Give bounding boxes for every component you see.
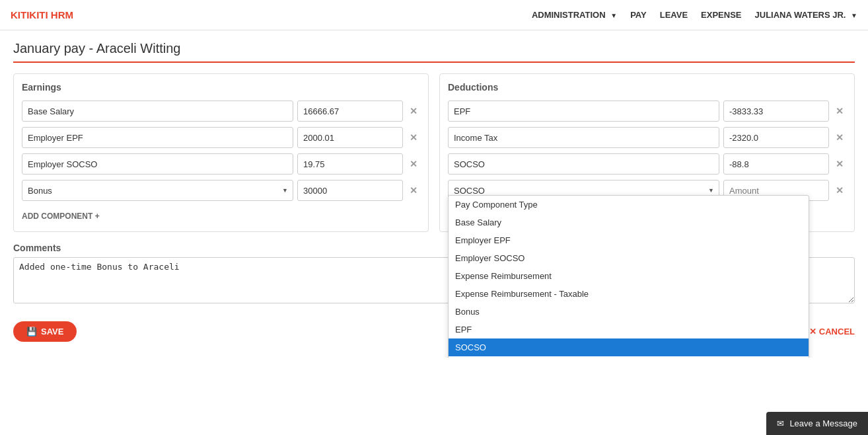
dropdown-item-expense-reimbursement-taxable[interactable]: Expense Reimbursement - Taxable [449,285,809,303]
nav-pay[interactable]: PAY [630,10,647,20]
employer-socso-value-input[interactable] [297,153,403,175]
epf-remove-btn[interactable]: ✕ [833,106,846,116]
cancel-label: CANCEL [819,327,855,336]
nav-user[interactable]: JULIANA WATERS JR. ▼ [755,10,857,20]
dropdown-item-income-tax[interactable]: Income Tax [449,356,809,358]
epf-value-input[interactable] [723,100,829,122]
bonus-remove-btn[interactable]: ✕ [407,185,420,196]
employer-epf-remove-btn[interactable]: ✕ [407,132,420,143]
dropdown-item-employer-epf[interactable]: Employer EPF [449,231,809,249]
administration-dropdown-arrow: ▼ [610,12,617,19]
dropdown-item-pay-component-type[interactable]: Pay Component Type [449,196,809,214]
base-salary-value-input[interactable] [297,100,403,122]
cancel-icon: ✕ [809,327,816,336]
user-dropdown-arrow: ▼ [851,12,857,19]
bonus-type-wrapper: Bonus [22,180,293,201]
deductions-row-epf: ✕ [448,100,846,122]
earnings-row-base-salary: ✕ [22,100,420,122]
earnings-title: Earnings [22,82,420,93]
employer-socso-name-input[interactable] [22,153,293,175]
cancel-button[interactable]: ✕ CANCEL [809,327,855,336]
nav-expense[interactable]: EXPENSE [701,10,741,20]
employer-socso-remove-btn[interactable]: ✕ [407,159,420,169]
socso-remove-btn[interactable]: ✕ [833,159,846,169]
employer-epf-name-input[interactable] [22,127,293,148]
page-divider [13,61,855,63]
dropdown-item-employer-socso[interactable]: Employer SOCSO [449,249,809,267]
socso-name-input[interactable] [448,153,719,175]
earnings-row-employer-epf: ✕ [22,127,420,148]
nav-administration[interactable]: ADMINISTRATION ▼ [532,10,617,20]
bonus-value-input[interactable] [297,180,403,201]
employer-epf-value-input[interactable] [297,127,403,148]
income-tax-name-input[interactable] [448,127,719,148]
base-salary-remove-btn[interactable]: ✕ [407,106,420,116]
epf-name-input[interactable] [448,100,719,122]
save-label: SAVE [41,327,63,336]
bonus-type-select[interactable]: Bonus [22,180,293,201]
earnings-row-employer-socso: ✕ [22,153,420,175]
dropdown-item-socso[interactable]: SOCSO [449,338,809,356]
deduction-type-dropdown: Pay Component Type Base Salary Employer … [448,195,809,358]
socso-value-input[interactable] [723,153,829,175]
earnings-row-bonus: Bonus ✕ [22,180,420,201]
save-button[interactable]: 💾 SAVE [13,321,77,342]
save-icon: 💾 [26,327,37,336]
new-deduction-remove-btn[interactable]: ✕ [833,185,846,196]
income-tax-remove-btn[interactable]: ✕ [833,132,846,143]
deductions-row-socso: ✕ [448,153,846,175]
base-salary-name-input[interactable] [22,100,293,122]
earnings-panel: Earnings ✕ ✕ ✕ [13,73,429,232]
page-title: January pay - Araceli Witting [13,41,855,56]
nav-leave[interactable]: LEAVE [660,10,688,20]
dropdown-item-bonus[interactable]: Bonus [449,303,809,321]
deductions-row-income-tax: ✕ [448,127,846,148]
deductions-panel: Deductions ✕ ✕ ✕ [439,73,855,232]
add-component-button[interactable]: ADD COMPONENT + [22,209,100,223]
deductions-title: Deductions [448,82,846,93]
app-brand[interactable]: KITIKITI HRM [11,9,73,20]
income-tax-value-input[interactable] [723,127,829,148]
dropdown-item-expense-reimbursement[interactable]: Expense Reimbursement [449,267,809,285]
dropdown-item-epf[interactable]: EPF [449,321,809,338]
dropdown-item-base-salary[interactable]: Base Salary [449,214,809,231]
